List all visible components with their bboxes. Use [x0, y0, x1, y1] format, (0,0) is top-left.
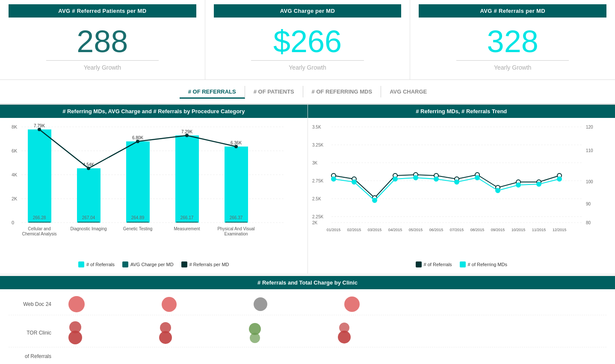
tab-avg-charge[interactable]: AVG CHARGE: [381, 86, 435, 97]
svg-text:6.80K: 6.80K: [132, 135, 143, 140]
svg-text:2K: 2K: [12, 196, 18, 201]
kpi-card-avg-charge: AVG Charge per MD $266 Yearly Growth: [205, 0, 411, 79]
kpi-card-referrals-per-md: AVG # Referrals per MD 328 Yearly Growth: [410, 0, 615, 79]
kpi-label-referred-patients: Yearly Growth: [84, 64, 121, 71]
svg-text:100: 100: [586, 179, 593, 184]
svg-text:266.28: 266.28: [33, 215, 46, 220]
legend-box-referrals: [78, 261, 84, 267]
clinic-name-webdoc: Web Doc 24: [9, 301, 51, 307]
charts-row: # Referring MDs, AVG Charge and # Referr…: [0, 105, 615, 273]
point-3: [136, 140, 139, 143]
bar-diagnostic: [77, 168, 101, 223]
tab-referrals[interactable]: # OF REFERRALS: [180, 86, 245, 99]
svg-text:80: 80: [586, 220, 591, 225]
bottom-chart-title: # Referrals and Total Charge by Clinic: [0, 276, 615, 289]
svg-text:05/2015: 05/2015: [408, 228, 423, 232]
svg-text:3.25K: 3.25K: [312, 143, 323, 147]
md-trend-point-8: [475, 176, 479, 180]
svg-text:07/2015: 07/2015: [449, 228, 464, 232]
svg-text:12/2015: 12/2015: [552, 228, 566, 232]
svg-text:267.04: 267.04: [82, 215, 95, 220]
clinic-list: Web Doc 24 TOR Clinic: [0, 289, 615, 364]
svg-text:266.17: 266.17: [180, 215, 194, 220]
small-bar-1: [29, 222, 50, 223]
kpi-value-avg-charge: $266: [273, 26, 342, 57]
svg-text:08/2015: 08/2015: [470, 228, 484, 232]
svg-text:Physical And Visual: Physical And Visual: [217, 226, 254, 231]
svg-text:264.89: 264.89: [131, 215, 145, 220]
svg-text:3K: 3K: [312, 161, 318, 165]
md-trend-point-7: [455, 180, 459, 184]
md-trend-point-9: [496, 188, 500, 193]
svg-text:6.36K: 6.36K: [231, 141, 242, 145]
svg-text:2K: 2K: [312, 220, 318, 225]
svg-text:Chemical Analysis: Chemical Analysis: [22, 232, 56, 236]
tab-patients[interactable]: # OF PATIENTS: [245, 86, 303, 97]
clinic-row-tor: TOR Clinic: [9, 319, 606, 347]
kpi-header-referred-patients: AVG # Referred Patients per MD: [9, 4, 196, 18]
svg-text:09/2015: 09/2015: [491, 228, 505, 232]
trend-legend-label-mds: # of Referring MDs: [468, 262, 507, 267]
tabs-section: # OF REFERRALS # OF PATIENTS # OF REFERR…: [0, 80, 615, 105]
bubble-webdoc-1: [68, 296, 85, 312]
svg-text:03/2015: 03/2015: [367, 228, 381, 232]
trend-legend-mds: # of Referring MDs: [460, 261, 507, 267]
trend-chart-container: 3.5K 3.25K 3K 2.75K 2.5K 2.25K 2K 120 11…: [308, 120, 615, 258]
legend-label-referrals: # of Referrals: [86, 262, 115, 267]
svg-text:0: 0: [12, 220, 14, 225]
bubble-tor-1b: [68, 331, 82, 344]
clinic-row-webdoc: Web Doc 24: [9, 294, 606, 315]
bubble-webdoc-2: [162, 297, 177, 312]
legend-avg-charge: AVG Charge per MD: [122, 261, 174, 267]
md-trend-point-11: [537, 182, 541, 186]
svg-text:90: 90: [586, 202, 591, 206]
bubble-webdoc-4: [344, 296, 360, 312]
bubble-tor-3b: [250, 333, 260, 343]
bottom-section: # Referrals and Total Charge by Clinic W…: [0, 276, 615, 364]
bubble-webdoc-3: [254, 297, 267, 311]
svg-text:Genetic Testing: Genetic Testing: [123, 226, 153, 231]
md-trend-point-6: [434, 177, 438, 181]
bubble-tor-2b: [159, 331, 172, 344]
bar-chart-container: 8K 6K 4K 2K 0 7.79K 266.28 4.54K 2: [0, 120, 308, 258]
line-mds-trend: [334, 178, 559, 200]
kpi-value-referred-patients: 288: [77, 26, 128, 57]
tab-referring-mds[interactable]: # OF REFERRING MDS: [303, 86, 381, 97]
kpi-value-referrals-per-md: 328: [487, 26, 538, 57]
svg-text:3.5K: 3.5K: [312, 125, 321, 129]
bubble-tor-group-4: [338, 323, 351, 343]
point-5: [234, 145, 238, 148]
legend-box-avg-charge: [122, 261, 128, 267]
trend-chart-title: # Referring MDs, # Referrals Trend: [308, 105, 615, 118]
md-trend-point-4: [393, 177, 397, 181]
legend-referrals: # of Referrals: [78, 261, 115, 267]
bar-chart-title: # Referring MDs, AVG Charge and # Referr…: [0, 105, 308, 118]
svg-text:Measurement: Measurement: [174, 226, 200, 231]
svg-text:01/2015: 01/2015: [326, 228, 340, 232]
md-trend-point-2: [352, 180, 356, 184]
trend-legend-box-mds: [460, 261, 466, 267]
svg-text:7.79K: 7.79K: [34, 123, 45, 128]
svg-text:7.29K: 7.29K: [181, 129, 192, 134]
clinic-row-referrals: of Referrals: [9, 351, 606, 362]
md-trend-point-1: [331, 177, 336, 181]
svg-text:02/2015: 02/2015: [347, 228, 361, 232]
small-bar-5: [225, 222, 247, 223]
kpi-header-referrals-per-md: AVG # Referrals per MD: [419, 4, 606, 18]
kpi-header-avg-charge: AVG Charge per MD: [214, 4, 402, 18]
svg-text:8K: 8K: [12, 124, 18, 129]
md-trend-point-12: [557, 177, 562, 181]
small-bar-3: [127, 222, 149, 223]
trend-chart-legend: # of Referrals # of Referring MDs: [308, 258, 615, 269]
bar-chart-svg: 8K 6K 4K 2K 0 7.79K 266.28 4.54K 2: [2, 120, 293, 257]
svg-text:04/2015: 04/2015: [388, 228, 402, 232]
svg-text:2.75K: 2.75K: [312, 179, 323, 183]
clinic-name-referrals: of Referrals: [9, 353, 51, 359]
clinic-bubbles-tor: [60, 321, 359, 344]
trend-chart-svg: 3.5K 3.25K 3K 2.75K 2.5K 2.25K 2K 120 11…: [310, 120, 601, 257]
clinic-name-tor: TOR Clinic: [9, 330, 51, 336]
bar-chart-panel: # Referring MDs, AVG Charge and # Referr…: [0, 105, 308, 273]
clinic-bubbles-webdoc: [60, 296, 368, 312]
point-4: [185, 134, 189, 137]
small-bar-4: [176, 222, 198, 223]
